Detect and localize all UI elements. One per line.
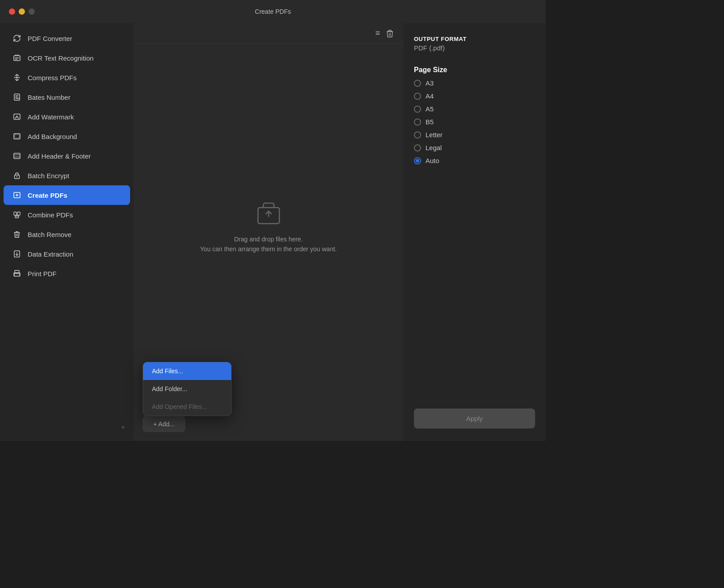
sidebar-item-label: PDF Converter [28,35,72,42]
svg-rect-16 [387,31,393,32]
bates-icon [12,93,21,102]
sidebar-item-label: Bates Number [28,94,70,101]
sidebar-item-data-extraction[interactable]: Data Extraction [4,244,130,264]
radio-a3[interactable]: A3 [414,79,535,87]
app-body: PDF Converter OCR Text Recognition Compr… [0,23,546,441]
export-icon [12,249,21,258]
dropdown-menu: Add Files... Add Folder... Add Opened Fi… [143,362,232,416]
main-content: ≡ Drag and drop files here. [134,23,403,441]
sidebar-item-label: Add Watermark [28,113,74,121]
add-button[interactable]: + Add... [143,416,185,432]
sidebar-item-pdf-converter[interactable]: PDF Converter [4,29,130,48]
svg-rect-11 [17,212,20,215]
sidebar-item-label: Data Extraction [28,250,74,258]
sidebar-item-batch-remove[interactable]: Batch Remove [4,225,130,244]
radio-label-a4: A4 [425,92,434,100]
sidebar-item-header-footer[interactable]: Add Header & Footer [4,146,130,166]
sidebar-item-label: Add Background [28,133,77,140]
menu-icon[interactable]: ≡ [375,29,380,38]
sidebar-item-label: Create PDFs [28,192,67,199]
collapse-icon[interactable]: « [121,423,125,430]
dropdown-item-add-folder[interactable]: Add Folder... [143,380,231,398]
plus-icon [12,191,21,200]
close-button[interactable] [9,8,15,15]
window-controls [9,8,35,15]
sidebar-item-compress[interactable]: Compress PDFs [4,68,130,87]
radio-circle-a3 [414,80,421,87]
sidebar-item-watermark[interactable]: Add Watermark [4,107,130,127]
compress-icon [12,73,21,82]
radio-label-b5: B5 [425,118,434,126]
sidebar-item-label: Batch Remove [28,231,71,238]
sidebar-item-ocr[interactable]: OCR Text Recognition [4,48,130,68]
svg-rect-6 [14,153,20,159]
ocr-icon [12,53,21,62]
svg-rect-5 [15,135,19,138]
radio-label-letter: Letter [425,131,442,139]
sidebar-item-label: Print PDF [28,270,57,278]
output-format-title: OUTPUT FORMAT [414,36,535,42]
trash-icon [12,230,21,239]
drop-zone: Drag and drop files here. You can then a… [134,44,403,409]
radio-auto[interactable]: Auto [414,157,535,164]
page-size-radio-group: A3 A4 A5 B5 Letter [414,79,535,164]
sidebar: PDF Converter OCR Text Recognition Compr… [0,23,134,441]
sidebar-item-create-pdfs[interactable]: Create PDFs [4,185,130,205]
sidebar-item-label: Add Header & Footer [28,152,91,160]
upload-icon [254,199,283,227]
main-bottom: Add Files... Add Folder... Add Opened Fi… [134,409,403,441]
sidebar-item-print[interactable]: Print PDF [4,264,130,283]
sidebar-footer: « [0,418,134,436]
sidebar-item-label: Combine PDFs [28,211,73,219]
page-size-section: Page Size A3 A4 A5 B5 [414,66,535,164]
svg-point-8 [16,176,17,177]
radio-a4[interactable]: A4 [414,92,535,100]
svg-rect-14 [15,270,19,273]
panel-spacer [414,173,535,400]
radio-label-legal: Legal [425,144,442,151]
radio-label-a3: A3 [425,79,434,87]
main-toolbar: ≡ [134,23,403,44]
radio-circle-b5 [414,118,421,126]
svg-rect-15 [14,274,20,276]
header-icon [12,151,21,160]
right-panel: OUTPUT FORMAT PDF (.pdf) Page Size A3 A4… [403,23,546,441]
radio-a5[interactable]: A5 [414,105,535,113]
lock-icon [12,171,21,180]
radio-b5[interactable]: B5 [414,118,535,126]
dropdown-item-add-opened: Add Opened Files... [143,398,231,416]
radio-circle-letter [414,131,421,139]
radio-circle-a4 [414,93,421,100]
sidebar-item-label: Batch Encrypt [28,172,69,180]
svg-rect-12 [15,216,19,218]
watermark-icon [12,112,21,121]
combine-icon [12,210,21,219]
maximize-button[interactable] [29,8,35,15]
refresh-icon [12,34,21,43]
background-icon [12,132,21,141]
radio-label-a5: A5 [425,105,434,113]
radio-label-auto: Auto [425,157,439,164]
window-title: Create PDFs [255,8,291,15]
radio-letter[interactable]: Letter [414,131,535,139]
svg-rect-2 [17,98,20,99]
output-format-value: PDF (.pdf) [414,44,535,52]
print-icon [12,269,21,278]
svg-rect-10 [14,212,16,215]
svg-rect-3 [14,114,20,119]
sidebar-item-encrypt[interactable]: Batch Encrypt [4,166,130,185]
apply-button[interactable]: Apply [414,408,535,429]
sidebar-item-background[interactable]: Add Background [4,127,130,146]
output-format-section: OUTPUT FORMAT PDF (.pdf) [414,36,535,57]
sidebar-item-bates[interactable]: Bates Number [4,87,130,107]
radio-circle-auto [414,157,421,164]
sidebar-item-label: Compress PDFs [28,74,77,82]
page-size-title: Page Size [414,66,535,74]
dropdown-item-add-files[interactable]: Add Files... [143,362,231,380]
sidebar-item-combine[interactable]: Combine PDFs [4,205,130,225]
titlebar: Create PDFs [0,0,546,23]
minimize-button[interactable] [19,8,25,15]
clear-icon[interactable] [385,29,394,38]
radio-legal[interactable]: Legal [414,144,535,151]
radio-circle-legal [414,144,421,151]
